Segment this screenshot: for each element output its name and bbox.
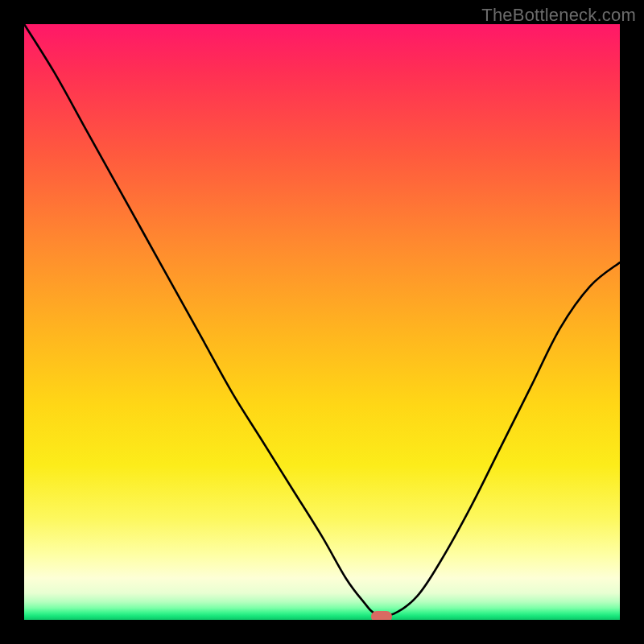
optimal-marker [371,611,392,620]
plot-area [24,24,620,620]
chart-frame: TheBottleneck.com [0,0,644,644]
bottleneck-curve [24,24,620,620]
attribution-text: TheBottleneck.com [481,5,636,26]
